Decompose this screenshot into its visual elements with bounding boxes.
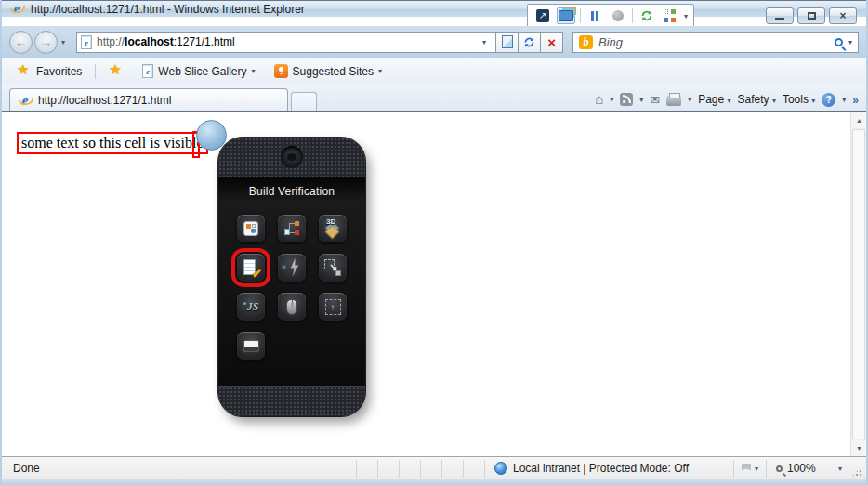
chevron-down-icon: ▾ bbox=[755, 465, 758, 473]
security-zone[interactable]: Local intranet | Protected Mode: Off bbox=[484, 460, 733, 478]
record-button[interactable] bbox=[609, 7, 627, 24]
suggested-sites-link[interactable]: Suggested Sites ▾ bbox=[269, 61, 388, 81]
search-input[interactable] bbox=[598, 35, 829, 49]
web-slice-gallery-link[interactable]: e Web Slice Gallery ▾ bbox=[137, 61, 260, 81]
table-cell-text: some text so this cell is visible bbox=[17, 132, 208, 154]
chevron-down-icon: ▾ bbox=[772, 97, 776, 105]
vertical-scrollbar[interactable]: ▲ ▼ bbox=[850, 112, 866, 456]
views-grid-button[interactable] bbox=[661, 7, 679, 24]
search-magnifier-icon[interactable] bbox=[835, 38, 843, 46]
page-menu-label: Page bbox=[698, 93, 724, 106]
close-icon: × bbox=[839, 9, 846, 22]
phone-button-layout-grid[interactable] bbox=[237, 215, 265, 242]
minimize-icon bbox=[775, 18, 784, 20]
views-grid-icon bbox=[664, 9, 677, 22]
add-favorites-star-icon bbox=[109, 64, 124, 78]
overflow-chevron-icon[interactable]: » bbox=[852, 94, 859, 107]
scroll-up-button[interactable]: ▲ bbox=[851, 112, 867, 128]
phone-button-lightning[interactable]: « bbox=[278, 254, 306, 282]
3d-label: 3D bbox=[326, 217, 335, 226]
pause-button[interactable] bbox=[585, 7, 604, 24]
chevron-down-icon: ▾ bbox=[811, 97, 815, 105]
search-dropdown-icon[interactable]: ▾ bbox=[848, 38, 852, 46]
open-window-button[interactable]: ↗ bbox=[533, 7, 552, 24]
add-to-favorites-button[interactable] bbox=[103, 61, 129, 81]
print-dropdown-icon[interactable]: ▾ bbox=[688, 96, 691, 104]
close-button[interactable]: × bbox=[829, 7, 857, 24]
maximize-button[interactable] bbox=[797, 7, 825, 24]
refresh-capture-button[interactable] bbox=[638, 7, 656, 24]
phone-button-storage-card[interactable] bbox=[237, 332, 265, 360]
refresh-button[interactable] bbox=[519, 32, 541, 53]
windows-view-button[interactable] bbox=[557, 7, 575, 24]
blue-ball[interactable] bbox=[196, 120, 227, 151]
zoom-level: 100% bbox=[787, 462, 816, 475]
status-cell bbox=[377, 460, 399, 478]
phone-icon-grid: 3D ✔ « ↘ JS ↑ bbox=[237, 215, 347, 360]
back-button[interactable]: ← bbox=[9, 31, 33, 54]
suggested-sites-label: Suggested Sites bbox=[293, 65, 374, 78]
status-cell bbox=[463, 460, 484, 478]
rss-feed-icon[interactable] bbox=[620, 93, 633, 106]
record-icon bbox=[612, 10, 624, 21]
chevron-down-icon[interactable]: ▾ bbox=[252, 67, 256, 75]
zoom-dropdown-icon[interactable]: ▾ bbox=[838, 465, 842, 473]
compatibility-view-icon bbox=[502, 35, 513, 48]
home-dropdown-icon[interactable]: ▾ bbox=[610, 96, 613, 104]
help-icon[interactable]: ? bbox=[822, 93, 835, 107]
check-mark-icon: ✔ bbox=[252, 267, 262, 281]
browser-window: e http://localhost:1271/1.html - Windows… bbox=[0, 0, 868, 485]
search-box[interactable]: b ▾ bbox=[572, 32, 859, 53]
favorites-label: Favorites bbox=[36, 65, 82, 78]
address-bar[interactable]: e http://localhost:1271/1.html ▾ bbox=[76, 32, 496, 53]
ie-tab-icon: e bbox=[18, 93, 33, 109]
phone-button-mouse[interactable] bbox=[278, 293, 306, 321]
ie-page-icon: e bbox=[142, 64, 153, 78]
scrollbar-thumb[interactable] bbox=[852, 129, 865, 439]
protected-mode-button[interactable]: ▾ bbox=[733, 460, 766, 478]
page-menu[interactable]: Page ▾ bbox=[698, 93, 730, 106]
home-icon[interactable]: ⌂ bbox=[595, 94, 603, 105]
stop-button[interactable]: × bbox=[541, 32, 563, 53]
favorites-button[interactable]: Favorites bbox=[11, 61, 87, 81]
page-content: some text so this cell is visible Build … bbox=[2, 111, 866, 456]
safety-menu-label: Safety bbox=[738, 93, 769, 106]
scroll-down-button[interactable]: ▼ bbox=[851, 440, 867, 456]
resize-grip[interactable] bbox=[851, 465, 863, 478]
refresh-green-icon bbox=[640, 9, 653, 22]
chevron-down-icon[interactable]: ▾ bbox=[378, 67, 382, 75]
compatibility-view-button[interactable] bbox=[496, 32, 519, 53]
phone-button-3d[interactable]: 3D bbox=[319, 215, 347, 242]
stop-icon: × bbox=[547, 34, 556, 50]
tree-diagram-icon bbox=[283, 220, 300, 237]
read-mail-icon[interactable]: ✉ bbox=[650, 93, 660, 107]
tab-bar: e http://localhost:1271/1.html ⌂ ▾ ▾ ✉ ▾… bbox=[2, 85, 866, 111]
zoom-control[interactable]: 100% ▾ bbox=[766, 460, 851, 478]
tools-menu[interactable]: Tools ▾ bbox=[783, 93, 815, 106]
window-title: http://localhost:1271/1.html - Windows I… bbox=[31, 3, 305, 16]
javascript-icon: JS bbox=[243, 300, 259, 314]
phone-button-drag-drop[interactable]: ↘ bbox=[319, 254, 347, 282]
maximize-icon bbox=[808, 12, 816, 20]
forward-button[interactable]: → bbox=[34, 31, 58, 54]
print-icon[interactable] bbox=[666, 96, 681, 106]
minimize-button[interactable] bbox=[766, 7, 794, 24]
navigation-bar: ← → ▾ e http://localhost:1271/1.html ▾ ×… bbox=[2, 26, 866, 58]
help-dropdown-icon[interactable]: ▾ bbox=[842, 96, 846, 104]
new-tab-button[interactable] bbox=[291, 92, 317, 111]
phone-button-resize[interactable]: ↑ bbox=[319, 293, 347, 321]
safety-menu[interactable]: Safety ▾ bbox=[738, 93, 776, 106]
phone-button-tree-diagram[interactable] bbox=[278, 215, 306, 242]
active-tab[interactable]: e http://localhost:1271/1.html bbox=[9, 88, 288, 111]
status-cell bbox=[441, 460, 463, 478]
recording-toolbar: ↗ ▾ bbox=[527, 4, 694, 28]
chevron-down-icon[interactable]: ▾ bbox=[684, 12, 688, 20]
rss-dropdown-icon[interactable]: ▾ bbox=[639, 96, 643, 104]
favorites-bar: Favorites e Web Slice Gallery ▾ Suggeste… bbox=[2, 58, 866, 85]
intranet-globe-icon bbox=[494, 462, 507, 475]
phone-button-javascript[interactable]: JS bbox=[237, 293, 265, 321]
address-url[interactable]: http://localhost:1271/1.html bbox=[97, 35, 472, 48]
phone-button-checklist-highlighted[interactable]: ✔ bbox=[237, 254, 265, 282]
history-dropdown-icon[interactable]: ▾ bbox=[61, 38, 65, 46]
address-dropdown-icon[interactable]: ▾ bbox=[477, 38, 492, 46]
